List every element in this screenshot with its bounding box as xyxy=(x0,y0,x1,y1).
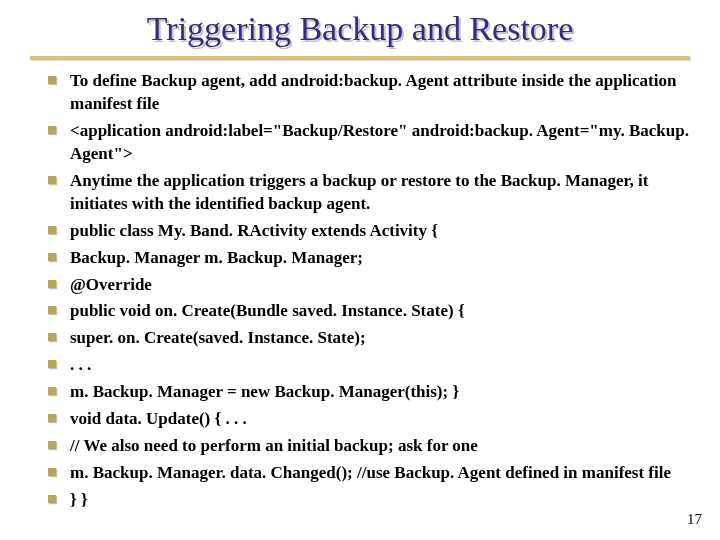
bullet-icon xyxy=(48,126,56,134)
bullet-icon xyxy=(48,306,56,314)
bullet-text: m. Backup. Manager = new Backup. Manager… xyxy=(70,381,690,404)
bullet-text: Backup. Manager m. Backup. Manager; xyxy=(70,247,690,270)
bullet-text: @Override xyxy=(70,274,690,297)
bullet-text: void data. Update() { . . . xyxy=(70,408,690,431)
content-area: To define Backup agent, add android:back… xyxy=(0,60,720,512)
bullet-icon xyxy=(48,468,56,476)
bullet-icon xyxy=(48,226,56,234)
page-number: 17 xyxy=(687,511,702,528)
bullet-icon xyxy=(48,76,56,84)
list-item: } } xyxy=(48,489,690,512)
list-item: public class My. Band. RActivity extends… xyxy=(48,220,690,243)
bullet-icon xyxy=(48,253,56,261)
bullet-text: To define Backup agent, add android:back… xyxy=(70,70,690,116)
bullet-text: public void on. Create(Bundle saved. Ins… xyxy=(70,300,690,323)
bullet-icon xyxy=(48,280,56,288)
bullet-text: <application android:label="Backup/Resto… xyxy=(70,120,690,166)
list-item: public void on. Create(Bundle saved. Ins… xyxy=(48,300,690,323)
title-area: Triggering Backup and Restore Triggering… xyxy=(0,0,720,54)
bullet-text: m. Backup. Manager. data. Changed(); //u… xyxy=(70,462,690,485)
bullet-icon xyxy=(48,333,56,341)
list-item: @Override xyxy=(48,274,690,297)
bullet-text: Anytime the application triggers a backu… xyxy=(70,170,690,216)
list-item: void data. Update() { . . . xyxy=(48,408,690,431)
bullet-icon xyxy=(48,414,56,422)
bullet-text: } } xyxy=(70,489,690,512)
list-item: Anytime the application triggers a backu… xyxy=(48,170,690,216)
list-item: m. Backup. Manager. data. Changed(); //u… xyxy=(48,462,690,485)
list-item: Backup. Manager m. Backup. Manager; xyxy=(48,247,690,270)
bullet-text: . . . xyxy=(70,354,690,377)
bullet-icon xyxy=(48,176,56,184)
list-item: super. on. Create(saved. Instance. State… xyxy=(48,327,690,350)
bullet-text: super. on. Create(saved. Instance. State… xyxy=(70,327,690,350)
bullet-icon xyxy=(48,441,56,449)
list-item: To define Backup agent, add android:back… xyxy=(48,70,690,116)
bullet-icon xyxy=(48,360,56,368)
list-item: <application android:label="Backup/Resto… xyxy=(48,120,690,166)
list-item: m. Backup. Manager = new Backup. Manager… xyxy=(48,381,690,404)
list-item: // We also need to perform an initial ba… xyxy=(48,435,690,458)
list-item: . . . xyxy=(48,354,690,377)
bullet-text: // We also need to perform an initial ba… xyxy=(70,435,690,458)
slide-title: Triggering Backup and Restore xyxy=(0,10,720,48)
bullet-icon xyxy=(48,495,56,503)
bullet-icon xyxy=(48,387,56,395)
bullet-text: public class My. Band. RActivity extends… xyxy=(70,220,690,243)
